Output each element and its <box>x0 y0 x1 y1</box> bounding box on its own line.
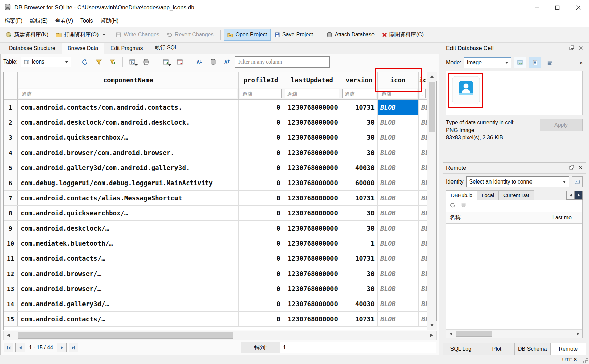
columns-button[interactable] <box>207 56 220 67</box>
write-changes-button[interactable]: Write Changes <box>112 29 163 41</box>
cell-extra[interactable]: BLOB <box>419 191 427 205</box>
remote-column-last-modified[interactable]: Last mo <box>549 212 582 223</box>
row-number-cell[interactable]: 9 <box>4 221 18 236</box>
row-number-cell[interactable]: 6 <box>4 175 18 190</box>
cell-lastUpdated[interactable]: 1230768000000 <box>283 206 341 220</box>
cell-componentName[interactable]: com.debug.loggerui/com.debug.loggerui.Ma… <box>18 175 239 190</box>
cell-lastUpdated[interactable]: 1230768000000 <box>283 296 341 311</box>
cell-icon[interactable]: BLOB <box>378 191 419 205</box>
cell-profileId[interactable]: 0 <box>239 115 283 130</box>
resize-grip[interactable] <box>583 358 588 363</box>
cell-version[interactable]: 30 <box>341 221 378 236</box>
next-page-button[interactable] <box>57 343 67 352</box>
cell-extra[interactable]: BLOB <box>419 130 427 145</box>
remote-tab-current-database[interactable]: Current Dat <box>499 190 534 200</box>
remote-refresh-button[interactable] <box>450 202 456 209</box>
cell-profileId[interactable]: 0 <box>239 312 283 326</box>
maximize-button[interactable] <box>547 0 568 15</box>
column-header-icon[interactable]: icon <box>378 72 419 88</box>
horizontal-scroll-thumb[interactable] <box>456 331 492 337</box>
cell-profileId[interactable]: 0 <box>239 206 283 220</box>
vertical-scroll-thumb[interactable] <box>429 82 435 132</box>
column-header-lastUpdated[interactable]: lastUpdated <box>283 72 341 88</box>
menu-tools[interactable]: Tools <box>77 16 96 26</box>
last-page-button[interactable] <box>69 343 78 352</box>
menu-file[interactable]: 檔案(F) <box>1 15 26 27</box>
cell-componentName[interactable]: com.android.browser/com.android.browser. <box>18 145 239 160</box>
tab-plot[interactable]: Plot <box>479 343 515 355</box>
cell-extra[interactable]: BLOB <box>419 115 427 130</box>
cell-componentName[interactable]: com.android.contacts/alias.MessageShortc… <box>18 191 239 205</box>
row-number-cell[interactable]: 2 <box>4 115 18 130</box>
print-button[interactable] <box>140 56 152 67</box>
row-number-cell[interactable]: 14 <box>4 296 18 311</box>
save-filter-button[interactable] <box>107 56 119 67</box>
sort-desc-button[interactable]: A <box>221 56 233 67</box>
row-number-cell[interactable]: 13 <box>4 281 18 296</box>
corner-header-cell[interactable] <box>4 72 18 88</box>
row-number-cell[interactable]: 8 <box>4 206 18 220</box>
cell-extra[interactable]: BLOB <box>419 100 427 115</box>
cell-icon[interactable]: BLOB <box>378 130 419 145</box>
identity-select[interactable]: Select an identity to conne <box>466 176 569 187</box>
cell-extra[interactable]: BLOB <box>419 221 427 236</box>
filter-componentName[interactable] <box>19 89 237 98</box>
row-number-cell[interactable]: 11 <box>4 251 18 266</box>
cell-icon[interactable]: BLOB <box>378 251 419 266</box>
cell-lastUpdated[interactable]: 1230768000000 <box>283 281 341 296</box>
row-number-cell[interactable]: 10 <box>4 236 18 251</box>
encoding-indicator[interactable]: UTF-8 <box>562 357 577 362</box>
cell-componentName[interactable]: com.android.browser/… <box>18 281 239 296</box>
column-header-componentName[interactable]: componentName <box>18 72 239 88</box>
cell-componentName[interactable]: com.android.quicksearchbox/… <box>18 206 239 220</box>
cell-icon[interactable]: BLOB <box>378 221 419 236</box>
save-project-button[interactable]: Save Project <box>271 29 317 41</box>
cell-componentName[interactable]: com.android.gallery3d/com.android.galler… <box>18 160 239 175</box>
tab-database-structure[interactable]: Database Structure <box>3 43 62 54</box>
tab-edit-pragmas[interactable]: Edit Pragmas <box>104 43 149 54</box>
cell-icon[interactable]: BLOB <box>378 236 419 251</box>
cell-profileId[interactable]: 0 <box>239 251 283 266</box>
row-number-cell[interactable]: 3 <box>4 130 18 145</box>
cell-extra[interactable]: BLOB <box>419 236 427 251</box>
cell-profileId[interactable]: 0 <box>239 296 283 311</box>
cell-version[interactable]: 40030 <box>341 296 378 311</box>
cell-lastUpdated[interactable]: 1230768000000 <box>283 251 341 266</box>
filter-profileId[interactable] <box>240 89 282 98</box>
cell-version[interactable]: 10731 <box>341 251 378 266</box>
cell-componentName[interactable]: com.mediatek.bluetooth/… <box>18 236 239 251</box>
horizontal-scroll-thumb[interactable] <box>18 332 233 339</box>
cell-lastUpdated[interactable]: 1230768000000 <box>283 160 341 175</box>
insert-record-button[interactable] <box>160 56 172 67</box>
row-number-cell[interactable]: 7 <box>4 191 18 205</box>
cell-componentName[interactable]: com.android.deskclock/com.android.deskcl… <box>18 115 239 130</box>
cell-extra[interactable]: BLOB <box>419 145 427 160</box>
row-number-cell[interactable]: 1 <box>4 100 18 115</box>
cell-lastUpdated[interactable]: 1230768000000 <box>283 130 341 145</box>
cell-extra[interactable]: BLOB <box>419 251 427 266</box>
row-number-cell[interactable]: 5 <box>4 160 18 175</box>
float-panel-button[interactable] <box>569 45 574 52</box>
cell-version[interactable]: 60000 <box>341 175 378 190</box>
cell-icon[interactable]: BLOB <box>378 175 419 190</box>
cell-lastUpdated[interactable]: 1230768000000 <box>283 145 341 160</box>
cell-componentName[interactable]: com.android.quicksearchbox/… <box>18 130 239 145</box>
cell-extra[interactable]: BLOB <box>419 175 427 190</box>
tab-db-schema[interactable]: DB Schema <box>514 343 551 355</box>
open-database-dropdown-caret[interactable] <box>102 34 106 36</box>
cell-profileId[interactable]: 0 <box>239 281 283 296</box>
import-data-button[interactable] <box>514 57 526 68</box>
refresh-button[interactable] <box>79 56 91 67</box>
open-database-button[interactable]: 打開資料庫(O) <box>52 28 102 41</box>
remote-horizontal-scrollbar[interactable] <box>446 329 582 338</box>
word-wrap-button[interactable] <box>544 57 556 68</box>
cell-icon[interactable]: BLOB <box>378 266 419 281</box>
cell-lastUpdated[interactable]: 1230768000000 <box>283 175 341 190</box>
cell-lastUpdated[interactable]: 1230768000000 <box>283 191 341 205</box>
close-panel-button[interactable] <box>579 45 583 52</box>
tab-remote[interactable]: Remote <box>550 343 587 355</box>
float-panel-button[interactable] <box>569 165 574 171</box>
clear-filters-button[interactable] <box>93 56 105 67</box>
column-header-version[interactable]: version <box>341 72 378 88</box>
cell-profileId[interactable]: 0 <box>239 130 283 145</box>
